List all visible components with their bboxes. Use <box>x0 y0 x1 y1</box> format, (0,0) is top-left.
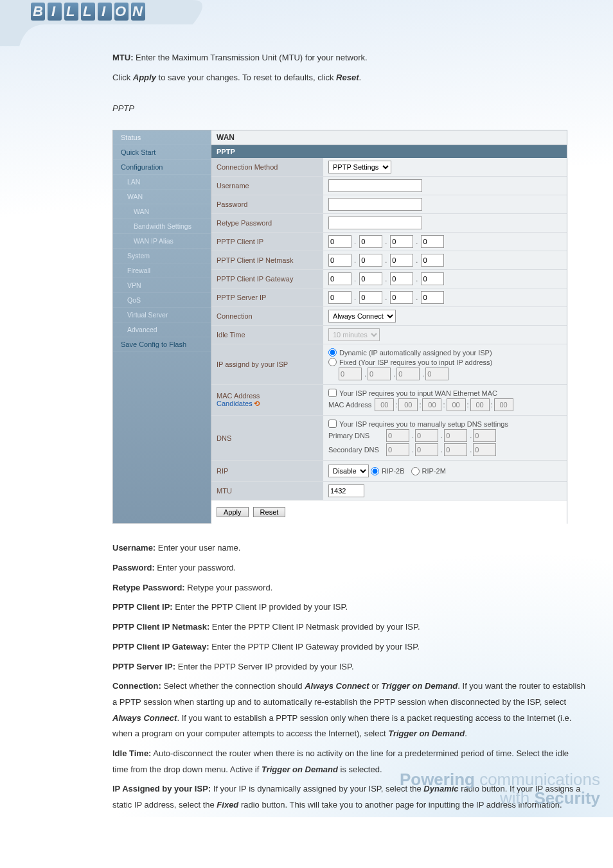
mac-3 <box>422 398 441 411</box>
sidebar-item-quickstart[interactable]: Quick Start <box>113 145 211 160</box>
sidebar-item-configuration[interactable]: Configuration <box>113 160 211 175</box>
username-input[interactable] <box>328 179 422 192</box>
mac-required-label: Your ISP requires you to input WAN Ether… <box>339 389 497 397</box>
client-nm-2[interactable] <box>359 254 382 267</box>
sidebar-item-vpn[interactable]: VPN <box>113 278 211 293</box>
idle-time-select[interactable]: 10 minutes <box>328 328 380 341</box>
client-nm-4[interactable] <box>421 254 444 267</box>
label-idle-time: Idle Time <box>211 326 323 344</box>
wan-form: WAN PPTP Connection Method PPTP Settings… <box>211 130 567 524</box>
intro-text: MTU: Enter the Maximum Transmission Unit… <box>112 50 586 85</box>
sidebar-item-wan-sub[interactable]: WAN <box>113 204 211 219</box>
client-gw-3[interactable] <box>390 272 413 285</box>
reset-button[interactable]: Reset <box>253 507 286 517</box>
sdns-2 <box>415 443 438 456</box>
client-ip-4[interactable] <box>421 235 444 248</box>
apply-after: to save your changes. To reset to defaul… <box>159 73 337 82</box>
rip2m-radio[interactable] <box>411 467 420 475</box>
server-ip-4[interactable] <box>421 291 444 304</box>
ip-dynamic-label: Dynamic (IP automatically assigned by yo… <box>339 349 492 357</box>
pdns-2 <box>415 429 438 442</box>
rip2b-radio[interactable] <box>371 467 379 475</box>
connection-method-select[interactable]: PPTP Settings <box>328 161 391 173</box>
server-ip-2[interactable] <box>359 291 382 304</box>
svg-text:I: I <box>102 3 106 19</box>
svg-text:N: N <box>132 3 143 19</box>
svg-text:L: L <box>66 3 75 19</box>
label-retype-password: Retype Password <box>211 214 323 232</box>
label-rip: RIP <box>211 461 323 481</box>
footer-slogan: Powering communications with Security <box>400 770 600 808</box>
sidebar-item-advanced[interactable]: Advanced <box>113 323 211 337</box>
svg-text:O: O <box>115 3 126 19</box>
mac-2 <box>398 398 418 411</box>
client-gw-2[interactable] <box>359 272 382 285</box>
sidebar-item-wan-alias[interactable]: WAN IP Alias <box>113 234 211 249</box>
mtu-text: Enter the Maximum Transmission Unit (MTU… <box>134 53 368 62</box>
label-pptp-client-netmask: PPTP Client IP Netmask <box>211 251 323 269</box>
sidebar-item-qos[interactable]: QoS <box>113 293 211 308</box>
sidebar-item-lan[interactable]: LAN <box>113 175 211 190</box>
sidebar-item-save-config[interactable]: Save Config to Flash <box>113 337 211 352</box>
label-username: Username <box>211 177 323 195</box>
mac-address-label: MAC Address <box>328 401 371 409</box>
click-word: Click <box>112 73 133 82</box>
mac-1 <box>375 398 394 411</box>
server-ip-1[interactable] <box>328 291 351 304</box>
wan-pptp-screenshot: Status Quick Start Configuration LAN WAN… <box>112 130 567 524</box>
sidebar-item-firewall[interactable]: Firewall <box>113 263 211 278</box>
mac-6 <box>494 398 513 411</box>
password-input[interactable] <box>328 198 422 211</box>
client-nm-1[interactable] <box>328 254 351 267</box>
apply-word: Apply <box>133 73 156 82</box>
label-pptp-server-ip: PPTP Server IP <box>211 288 323 306</box>
connection-select[interactable]: Always Connect <box>328 310 396 323</box>
client-nm-3[interactable] <box>390 254 413 267</box>
ip-dynamic-radio[interactable] <box>328 348 337 357</box>
label-pptp-client-ip: PPTP Client IP <box>211 233 323 251</box>
client-ip-3[interactable] <box>390 235 413 248</box>
fixed-ip-1 <box>339 368 362 380</box>
client-gw-1[interactable] <box>328 272 351 285</box>
sdns-4 <box>473 443 496 456</box>
period: . <box>359 73 361 82</box>
pptp-heading: PPTP <box>112 103 134 113</box>
label-password: Password <box>211 195 323 213</box>
label-ip-assigned: IP assignd by your ISP <box>211 344 323 384</box>
mac-required-checkbox[interactable] <box>328 389 337 397</box>
sdns-3 <box>444 443 467 456</box>
retype-password-input[interactable] <box>328 217 422 229</box>
primary-dns-label: Primary DNS <box>328 432 386 439</box>
mac-5 <box>470 398 490 411</box>
rip-select[interactable]: Disable <box>328 465 369 477</box>
svg-text:I: I <box>51 3 56 19</box>
sdns-1 <box>386 443 409 456</box>
client-gw-4[interactable] <box>421 272 444 285</box>
fixed-ip-4 <box>425 368 449 380</box>
pdns-1 <box>386 429 409 442</box>
fixed-ip-3 <box>396 368 420 380</box>
sidebar-item-wan[interactable]: WAN <box>113 190 211 204</box>
sidebar-item-status[interactable]: Status <box>113 130 211 145</box>
mac-4 <box>447 398 466 411</box>
label-connection: Connection <box>211 307 323 325</box>
svg-text:L: L <box>83 3 91 19</box>
config-sidebar: Status Quick Start Configuration LAN WAN… <box>112 130 211 524</box>
pptp-header: PPTP <box>211 145 567 158</box>
sidebar-item-system[interactable]: System <box>113 249 211 263</box>
ip-fixed-radio[interactable] <box>328 358 337 366</box>
client-ip-1[interactable] <box>328 235 351 248</box>
mtu-input[interactable] <box>328 484 364 497</box>
server-ip-3[interactable] <box>390 291 413 304</box>
label-dns: DNS <box>211 416 323 460</box>
candidates-link[interactable]: Candidates⟲ <box>217 400 260 407</box>
sidebar-item-virtual-server[interactable]: Virtual Server <box>113 308 211 323</box>
ip-fixed-label: Fixed (Your ISP requires you to input IP… <box>339 359 492 366</box>
sidebar-item-bandwidth[interactable]: Bandwidth Settings <box>113 219 211 234</box>
dns-required-checkbox[interactable] <box>328 420 337 428</box>
fixed-ip-2 <box>368 368 391 380</box>
client-ip-2[interactable] <box>359 235 382 248</box>
label-connection-method: Connection Method <box>211 158 323 176</box>
apply-button[interactable]: Apply <box>217 507 249 517</box>
dns-required-label: Your ISP requires you to manually setup … <box>339 420 508 428</box>
